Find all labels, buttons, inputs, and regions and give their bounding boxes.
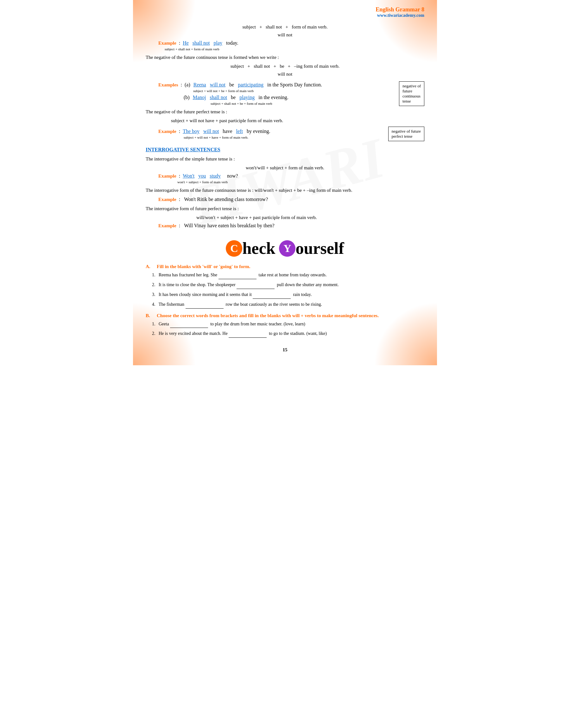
check-c-circle: C	[226, 240, 242, 257]
example-a-subject: Reena	[194, 82, 206, 88]
item-4-after: row the boat cautiously as the river see…	[225, 302, 322, 307]
interrog-perfect-formula: will/won't + subject + have + past parti…	[196, 215, 424, 220]
exercise-a-item-4: 4. The fisherman row the boat cautiously…	[152, 301, 424, 308]
item-3-num: 3.	[152, 292, 156, 297]
neg-continuous-intro: The negative of the future continuous te…	[146, 53, 424, 61]
example-b-letter: (b)	[184, 95, 190, 100]
exercise-a-items: 1. Reema has fractured her leg. She take…	[146, 271, 424, 308]
exercise-b-header: B. Choose the correct words from bracket…	[146, 313, 424, 318]
exercise-a-heading: Fill in the blanks with 'will' or 'going…	[157, 264, 251, 269]
sub-b-label: subject + shall not + be + form of main …	[211, 102, 396, 105]
item-1-blank	[219, 271, 257, 279]
item-2-blank	[237, 281, 275, 289]
item-1-after: take rest at home from today onwards.	[257, 272, 327, 277]
interrog-example-label: Example	[158, 173, 177, 179]
example-colon-1: :	[178, 40, 182, 46]
interrogative-example: Example : Won't you study now? won't + s…	[158, 173, 424, 184]
item-2-after: pull down the shutter any moment.	[276, 282, 339, 287]
item-4-num: 4.	[152, 302, 156, 307]
item-1-before: Reema has fractured her leg. She	[159, 272, 217, 277]
examples-label: Examples	[158, 82, 178, 88]
b-item-1-after: to play the drum from her music teacher.…	[209, 321, 305, 326]
example-b-verb: playing	[239, 95, 255, 100]
example-a-rest: in the Sports Day function.	[267, 82, 322, 88]
interrog-subject1: Won't	[183, 173, 195, 179]
side-note-continuous: negative offuturecontinuoustense	[399, 81, 424, 106]
item-2-num: 2.	[152, 282, 156, 287]
exercise-a-item-3: 3. It has been cloudy since morning and …	[152, 291, 424, 299]
interrog-continuous-example: Example : Won't Ritik be attending class…	[158, 196, 424, 202]
website-url: www.tiwariacademy.com	[146, 13, 424, 18]
interrog-perfect-example: Example : Will Vinay have eaten his brea…	[158, 223, 424, 228]
example-perfect-rest: by evening.	[247, 128, 270, 134]
example-perfect-have: have	[223, 128, 232, 134]
example-perfect-verb: left	[236, 128, 243, 134]
b-item-2-num: 2.	[152, 331, 156, 336]
interrog-cont-text: Won't Ritik be attending class tomorrow?	[184, 196, 268, 202]
interrog-perf-colon: :	[178, 223, 183, 228]
formula-will-not-2: will not	[146, 72, 424, 77]
item-4-before: The fisherman	[159, 302, 184, 307]
example-label-1: Example	[158, 40, 177, 46]
exercise-b-item-1: 1. Geeta to play the drum from her music…	[152, 320, 424, 328]
example-a-be: be	[229, 82, 234, 88]
exercise-a-item-2: 2. It is time to close the shop. The sho…	[152, 281, 424, 289]
page-number: 15	[146, 347, 424, 352]
item-1-num: 1.	[152, 272, 156, 277]
example-b-subject: Manoj	[193, 95, 206, 100]
example-a-aux: will not	[210, 82, 226, 88]
example-b-aux: shall not	[210, 95, 227, 100]
check-ourself: ourself	[295, 239, 344, 257]
check-yourself-banner: Check Yourself	[146, 238, 424, 258]
interrog-sub-label: won't + subject + form of main verb	[177, 180, 424, 184]
interrog-cont-colon: :	[178, 196, 183, 202]
b-item-2-after: to go to the stadium. (want, like)	[268, 331, 327, 336]
exercise-b-items: 1. Geeta to play the drum from her music…	[146, 320, 424, 338]
exercise-a-header: A. Fill in the blanks with 'will' or 'go…	[146, 264, 424, 269]
example-subject-1: He	[183, 40, 189, 46]
sub-label-1: subject + shall not + form of main verb	[165, 47, 424, 51]
example-perfect-subject: The boy	[183, 128, 200, 134]
exercise-b-heading: Choose the correct words from brackets a…	[157, 313, 379, 318]
interrog-cont-label: Example	[158, 197, 177, 202]
example-a-verb: participating	[238, 82, 263, 88]
interrogative-formula: won't/will + subject + form of main verb…	[146, 165, 424, 171]
example-neg-perfect: Example : The boy will not have left by …	[158, 128, 385, 139]
neg-perfect-intro: The negative of the future perfect tense…	[146, 108, 424, 115]
interrog-perfect-intro: The interrogative form of future perfect…	[146, 205, 424, 212]
example-verb-1: play	[214, 40, 222, 46]
examples-label-block: Examples : (a) Reena will not be partici…	[158, 82, 396, 105]
formula-will-not: will not	[146, 32, 424, 38]
interrogative-intro: The interrogative of the simple future t…	[146, 155, 424, 163]
exercise-a-item-1: 1. Reema has fractured her leg. She take…	[152, 271, 424, 279]
continuous-examples-container: Examples : (a) Reena will not be partici…	[146, 79, 424, 108]
exercise-a-label: A.	[146, 264, 154, 269]
interrogative-section: INTERROGATIVE SENTENCES The interrogativ…	[146, 147, 424, 228]
formula-negative-future: subject + shall not + form of main verb.	[146, 24, 424, 30]
check-y-circle: Y	[279, 240, 295, 257]
interrog-example-colon: :	[178, 173, 182, 179]
check-heck: heck	[242, 239, 275, 257]
exercise-b-label: B.	[146, 313, 154, 318]
example-perfect-aux: will not	[203, 128, 219, 134]
item-2-before: It is time to close the shop. The shopke…	[159, 282, 236, 287]
sub-a-label: subject + will not + be + form of main v…	[193, 89, 396, 93]
interrog-rest: now?	[227, 173, 238, 179]
b-item-1-blank	[170, 320, 208, 328]
example-perfect-colon: :	[178, 128, 182, 134]
example-b-rest: in the evening.	[258, 95, 288, 100]
page-header: English Grammar 8 www.tiwariacademy.com	[146, 6, 424, 18]
item-3-blank	[253, 291, 291, 299]
item-3-after: rain today.	[292, 292, 312, 297]
sub-perfect-label: subject + will not + have + form of main…	[184, 135, 385, 139]
interrog-subject2: you	[198, 173, 206, 179]
formula-neg-perfect: subject + will not have + past participl…	[171, 118, 424, 123]
examples-colon: :	[180, 82, 183, 88]
example-b-be: be	[231, 95, 236, 100]
example-neg-simple: Example : He shall not play today. subje…	[158, 40, 424, 51]
example-rest-1: today.	[226, 40, 239, 46]
side-note-perfect: negative of futureperfect tense	[388, 127, 424, 141]
neg-perfect-example-container: Example : The boy will not have left by …	[146, 126, 424, 142]
b-item-1-before: Geeta	[159, 321, 169, 326]
item-4-blank	[186, 301, 224, 308]
